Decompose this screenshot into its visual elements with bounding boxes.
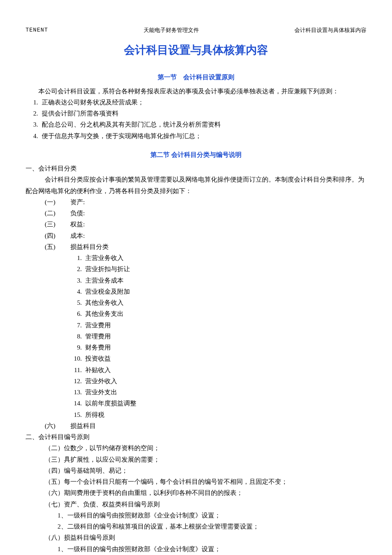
- page-header: TENENT 天能电子财务管理文件 会计科目设置与具体核算内容: [26, 26, 366, 35]
- pl-item: 14.以前年度损益调整: [67, 398, 367, 409]
- pl-item: 4.营业税金及附加: [67, 286, 367, 297]
- category-list-6: (六)损益科目: [45, 420, 366, 431]
- pl-item: 11.补贴收入: [67, 364, 367, 376]
- pl-item: 15.所得税: [67, 409, 367, 420]
- principle-item: 便于信息共享与交换，便于实现网络电算化操作与汇总；: [40, 130, 366, 142]
- part1-heading: 一、会计科目分类: [26, 163, 366, 174]
- numbering-rules: （二）位数少，以节约储存资料的空间； （三）具扩展性，以应公司发展的需要； （四…: [45, 442, 366, 510]
- rule7-sub-item: 2、二级科目的编号和核算项目的设置，基本上根据企业管理需要设置；: [58, 521, 366, 532]
- principle-item: 配合总公司、分之机构及其有关部门汇总，统计及分析所需资料: [40, 119, 366, 130]
- rule7-sub: 1、一级科目的编号由按照财政部《企业会计制度》设置； 2、二级科目的编号和核算项…: [58, 510, 366, 532]
- pl-item: 2.营业折扣与折让: [67, 263, 367, 275]
- rule-item: （七）资产、负债、权益类科目编号原则: [45, 499, 366, 510]
- page-title: 会计科目设置与具体核算内容: [26, 40, 366, 60]
- rule-item: （四）编号基础简明、易记；: [45, 465, 366, 476]
- header-center: 天能电子财务管理文件: [144, 26, 199, 35]
- rule-item: （二）位数少，以节约储存资料的空间；: [45, 442, 366, 454]
- rule-item: （八）损益科目编号原则: [45, 532, 366, 543]
- category-item: (六)损益科目: [45, 420, 366, 431]
- principle-item: 正确表达公司财务状况及经营成果；: [40, 97, 366, 108]
- rule-item: （三）具扩展性，以应公司发展的需要；: [45, 454, 366, 465]
- pl-item: 3.主营业务成本: [67, 275, 367, 286]
- pl-item: 7.营业费用: [67, 320, 367, 331]
- pl-item: 9.财务费用: [67, 342, 367, 353]
- category-list: (一)资产: (二)负债: (三)权益: (四)成本: (五)损益科目分类: [45, 197, 366, 252]
- pl-item: 10.投资收益: [67, 353, 367, 364]
- category-item: (五)损益科目分类: [45, 241, 366, 252]
- rule8-sub: 1、一级科目的编号由按照财政部《企业会计制度》设置；: [58, 543, 366, 555]
- profit-loss-list: 1.主营业务收入 2.营业折扣与折让 3.主营业务成本 4.营业税金及附加 5.…: [67, 252, 367, 420]
- rule-item: （五）每一个会计科目只能有一个编码，每个会计科目的编号皆不相同，且固定不变；: [45, 476, 366, 487]
- rule8-sub-item: 1、一级科目的编号由按照财政部《企业会计制度》设置；: [58, 543, 366, 555]
- pl-item: 6.其他业务支出: [67, 308, 367, 319]
- rule8: （八）损益科目编号原则: [45, 532, 366, 543]
- principle-item: 提供会计部门所需各项资料: [40, 108, 366, 119]
- pl-item: 12.营业外收入: [67, 376, 367, 387]
- section1-title: 第一节 会计科目设置原则: [26, 72, 366, 83]
- header-right: 会计科目设置与具体核算内容: [294, 26, 366, 35]
- category-item: (一)资产:: [45, 197, 366, 208]
- section1-intro: 本公司会计科目设置，系符合各种财务报表应表达的事项及会计事项必须单独表达者，并应…: [26, 86, 366, 97]
- section1-list: 正确表达公司财务状况及经营成果； 提供会计部门所需各项资料 配合总公司、分之机构…: [40, 97, 366, 142]
- section2-title: 第二节 会计科目分类与编号说明: [26, 149, 366, 160]
- category-item: (三)权益:: [45, 219, 366, 230]
- part2-heading: 二、会计科目编号原则: [26, 431, 366, 442]
- header-left: TENENT: [26, 26, 48, 35]
- pl-item: 5.其他业务收入: [67, 297, 367, 308]
- category-item: (二)负债:: [45, 208, 366, 219]
- category-item: (四)成本:: [45, 230, 366, 241]
- pl-item: 1.主营业务收入: [67, 252, 367, 263]
- rule7-sub-item: 1、一级科目的编号由按照财政部《企业会计制度》设置；: [58, 510, 366, 521]
- rule-item: （六）期间费用便于资料的自由重组，以利列印各种不同目的的报表；: [45, 487, 366, 498]
- pl-item: 13.营业外支出: [67, 387, 367, 398]
- pl-item: 8.管理费用: [67, 331, 367, 342]
- part1-intro: 会计科目分类应按会计事项的繁简及管理需要以及网络电算化操作便捷而订立的。本制度会…: [26, 174, 366, 197]
